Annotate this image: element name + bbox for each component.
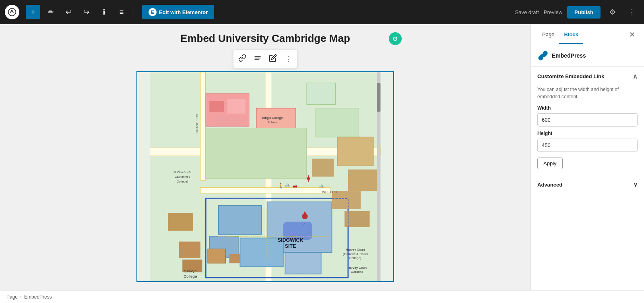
- height-input[interactable]: [537, 139, 638, 152]
- svg-rect-24: [240, 238, 283, 267]
- tab-page[interactable]: Page: [537, 25, 559, 44]
- tools-button[interactable]: ≡: [114, 5, 129, 19]
- edit-elementor-button[interactable]: E Edit with Elementor: [142, 5, 214, 19]
- svg-rect-22: [219, 205, 262, 235]
- plugin-name: EmbedPress: [552, 52, 586, 59]
- svg-text:GRANGE RD: GRANGE RD: [195, 114, 199, 133]
- block-link-button[interactable]: [235, 52, 250, 66]
- undo-icon: ↩: [66, 8, 72, 17]
- grammarly-icon: G: [389, 32, 402, 45]
- embedpress-icon: [537, 50, 549, 61]
- panel-content: EmbedPress Customize Embedded Link ∧ You…: [531, 45, 644, 290]
- svg-rect-60: [377, 83, 380, 112]
- chevron-up-icon: ∧: [633, 73, 638, 80]
- height-label: Height: [537, 131, 638, 136]
- svg-text:SITE: SITE: [285, 243, 296, 249]
- svg-text:Catharine's: Catharine's: [175, 175, 190, 178]
- undo-button[interactable]: ↩: [61, 5, 76, 19]
- svg-text:School: School: [268, 120, 278, 124]
- svg-text:College: College: [184, 274, 197, 278]
- gear-icon: ⚙: [609, 8, 616, 17]
- edit-icon: [269, 54, 277, 64]
- main-area: G Embed University Cambridge Map: [0, 24, 644, 290]
- redo-icon: ↪: [83, 8, 89, 17]
- more-icon: ⋮: [285, 55, 291, 63]
- svg-text:Selwyn: Selwyn: [184, 269, 197, 273]
- svg-rect-25: [285, 252, 321, 274]
- page-title: Embed University Cambridge Map: [180, 32, 350, 45]
- list-icon: ≡: [120, 8, 124, 17]
- svg-rect-33: [168, 213, 193, 231]
- svg-rect-2: [255, 59, 260, 60]
- wp-logo[interactable]: [5, 5, 19, 19]
- block-toolbar: ⋮: [233, 50, 297, 68]
- customize-section-title: Customize Embedded Link: [537, 73, 604, 79]
- svg-text:🚲: 🚲: [285, 182, 291, 187]
- top-bar: + ✏ ↩ ↪ ℹ ≡ E Edit with Elementor Save d…: [0, 0, 644, 24]
- publish-button[interactable]: Publish: [567, 6, 601, 19]
- svg-text:Gardens: Gardens: [351, 270, 363, 274]
- map-container: King's College School: [136, 71, 394, 282]
- block-align-button[interactable]: [250, 52, 265, 66]
- svg-rect-18: [316, 108, 359, 137]
- svg-text:🚶: 🚶: [278, 183, 284, 189]
- svg-rect-20: [348, 170, 377, 191]
- pencil-icon: ✏: [48, 8, 54, 17]
- svg-rect-0: [255, 56, 261, 57]
- svg-text:(Gonville & Caius: (Gonville & Caius: [343, 252, 368, 256]
- close-panel-button[interactable]: ✕: [626, 29, 638, 40]
- breadcrumb: Page › EmbedPress: [0, 290, 644, 303]
- svg-text:St Chad's (St: St Chad's (St: [173, 170, 192, 174]
- svg-text:🚲: 🚲: [319, 183, 325, 188]
- svg-text:College): College): [177, 180, 188, 183]
- svg-rect-8: [200, 187, 330, 193]
- breadcrumb-page: Page: [6, 294, 18, 300]
- save-draft-button[interactable]: Save draft: [515, 9, 539, 15]
- customize-section: Customize Embedded Link ∧ You can adjust…: [531, 66, 644, 176]
- svg-text:Harvey Court: Harvey Court: [346, 248, 365, 251]
- block-more-button[interactable]: ⋮: [281, 52, 295, 66]
- width-input[interactable]: [537, 113, 638, 127]
- close-icon: ✕: [629, 30, 635, 39]
- breadcrumb-separator: ›: [20, 294, 22, 300]
- edit-elementor-label: Edit with Elementor: [159, 9, 208, 15]
- ellipsis-icon: ⋮: [628, 8, 636, 17]
- advanced-section-title: Advanced: [537, 182, 562, 188]
- svg-text:King's College: King's College: [262, 116, 283, 120]
- more-options-button[interactable]: ⋮: [625, 5, 639, 19]
- breadcrumb-plugin: EmbedPress: [24, 294, 52, 300]
- settings-button[interactable]: ⚙: [605, 5, 620, 19]
- toolbar-divider: [134, 7, 134, 17]
- advanced-section-header[interactable]: Advanced ∨: [531, 176, 644, 193]
- plugin-header: EmbedPress: [531, 45, 644, 66]
- plus-icon: +: [31, 8, 35, 17]
- svg-rect-34: [332, 191, 361, 209]
- redo-button[interactable]: ↪: [79, 5, 93, 19]
- panel-header: Page Block ✕: [531, 24, 644, 45]
- align-icon: [254, 54, 262, 64]
- svg-rect-12: [215, 115, 244, 126]
- svg-rect-21: [312, 159, 334, 177]
- tab-block[interactable]: Block: [559, 25, 583, 44]
- svg-rect-30: [229, 254, 240, 263]
- link-icon: [238, 54, 246, 64]
- svg-text:⌂: ⌂: [303, 222, 305, 226]
- customize-description: You can adjust the width and height of e…: [537, 86, 638, 100]
- top-bar-right: Save draft Preview Publish ⚙ ⋮: [515, 5, 639, 19]
- edit-pencil-button[interactable]: ✏: [43, 5, 58, 19]
- preview-button[interactable]: Preview: [544, 9, 562, 15]
- customize-section-header[interactable]: Customize Embedded Link ∧: [531, 67, 644, 86]
- block-edit-button[interactable]: [266, 52, 280, 66]
- info-icon: ℹ: [103, 8, 105, 17]
- svg-rect-7: [200, 72, 206, 180]
- elementor-logo: E: [149, 8, 157, 16]
- svg-text:SIDGWICK: SIDGWICK: [278, 237, 303, 243]
- info-button[interactable]: ℹ: [97, 5, 111, 19]
- svg-rect-1: [255, 58, 261, 58]
- svg-rect-17: [307, 83, 336, 105]
- svg-text:Harvey Court: Harvey Court: [347, 266, 367, 270]
- add-button[interactable]: +: [26, 5, 40, 19]
- apply-button[interactable]: Apply: [537, 158, 563, 169]
- svg-rect-19: [337, 137, 373, 166]
- customize-section-body: You can adjust the width and height of e…: [531, 86, 644, 176]
